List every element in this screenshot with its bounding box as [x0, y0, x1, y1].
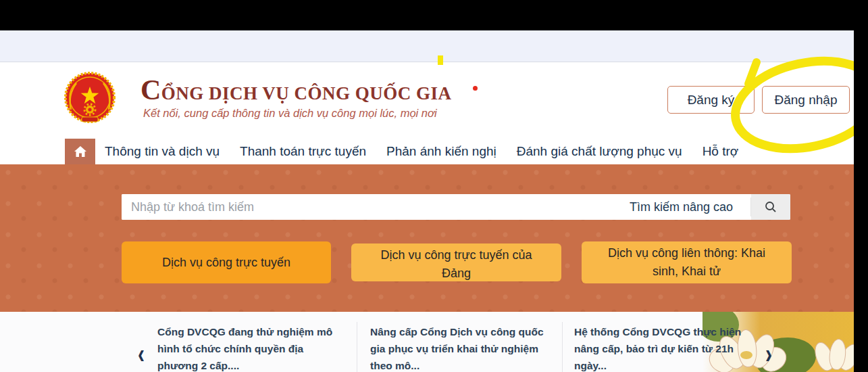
- nav-item-phan-anh-kien-nghi[interactable]: Phản ánh kiến nghị: [386, 144, 496, 159]
- nav-item-thong-tin-va-dich-vu[interactable]: Thông tin và dịch vụ: [105, 144, 220, 159]
- news-title[interactable]: Hệ thống Cổng DVCQG thực hiện nâng cấp, …: [574, 324, 751, 372]
- hero-banner: Tìm kiếm nâng cao Dịch vụ công trực tuyế…: [0, 164, 868, 312]
- register-button[interactable]: Đăng ký: [667, 86, 755, 114]
- nav-item-ho-tro[interactable]: Hỗ trợ: [703, 144, 739, 159]
- news-title[interactable]: Nâng cấp Cổng Dịch vụ công quốc gia phục…: [370, 324, 547, 372]
- news-divider: [357, 322, 357, 372]
- screenshot-right-black-strip: [854, 0, 868, 372]
- search-bar: Tìm kiếm nâng cao: [122, 194, 790, 220]
- quick-link-lien-thong-khai-sinh-khai-tu[interactable]: Dịch vụ công liên thông: Khai sinh, Khai…: [582, 241, 792, 283]
- portal-tagline: Kết nối, cung cấp thông tin và dịch vụ c…: [143, 107, 437, 120]
- nav-items: Thông tin và dịch vụ Thanh toán trực tuy…: [105, 139, 738, 164]
- news-divider: [562, 322, 563, 372]
- portal-title: CỔNG DỊCH VỤ CÔNG QUỐC GIA: [141, 80, 452, 103]
- login-button[interactable]: Đăng nhập: [762, 86, 850, 114]
- annotation-red-dot: [473, 86, 478, 91]
- search-icon: [765, 201, 777, 213]
- news-item[interactable]: Nâng cấp Cổng Dịch vụ công quốc gia phục…: [370, 324, 547, 372]
- vietnam-emblem-logo: [63, 69, 116, 130]
- home-icon: [74, 145, 87, 158]
- search-submit-button[interactable]: [751, 194, 790, 220]
- annotation-yellow-tick: [438, 55, 443, 65]
- nav-item-danh-gia-chat-luong[interactable]: Đánh giá chất lượng phục vụ: [517, 144, 682, 159]
- carousel-next-icon[interactable]: ›: [765, 344, 772, 365]
- quick-link-dvc-truc-tuyen[interactable]: Dịch vụ công trực tuyến: [122, 241, 331, 283]
- advanced-search-link[interactable]: Tìm kiếm nâng cao: [623, 194, 750, 220]
- main-navigation: Thông tin và dịch vụ Thanh toán trực tuy…: [0, 139, 868, 164]
- news-carousel: ‹ › Cổng DVCQG đang thử nghiệm mô hình t…: [0, 312, 868, 372]
- search-input[interactable]: [122, 194, 623, 220]
- screenshot-root: ← → ↻ dichvucong.gov.vn/p/home/dvc-trang…: [0, 0, 868, 372]
- site-header: CỔNG DỊCH VỤ CÔNG QUỐC GIA Kết nối, cung…: [0, 62, 868, 139]
- nav-item-thanh-toan-truc-tuyen[interactable]: Thanh toán trực tuyến: [240, 144, 366, 159]
- quick-link-dvc-cua-dang[interactable]: Dịch vụ công trực tuyến của Đảng: [351, 243, 561, 281]
- nav-home-tab[interactable]: [65, 139, 95, 164]
- browser-toolbar: ← → ↻ dichvucong.gov.vn/p/home/dvc-trang…: [0, 30, 868, 62]
- news-title[interactable]: Cổng DVCQG đang thử nghiệm mô hình tổ ch…: [157, 324, 334, 372]
- carousel-prev-icon[interactable]: ‹: [138, 344, 145, 365]
- browser-top-black-bar: [0, 0, 868, 30]
- news-item[interactable]: Cổng DVCQG đang thử nghiệm mô hình tổ ch…: [157, 324, 334, 372]
- news-item[interactable]: Hệ thống Cổng DVCQG thực hiện nâng cấp, …: [574, 324, 751, 372]
